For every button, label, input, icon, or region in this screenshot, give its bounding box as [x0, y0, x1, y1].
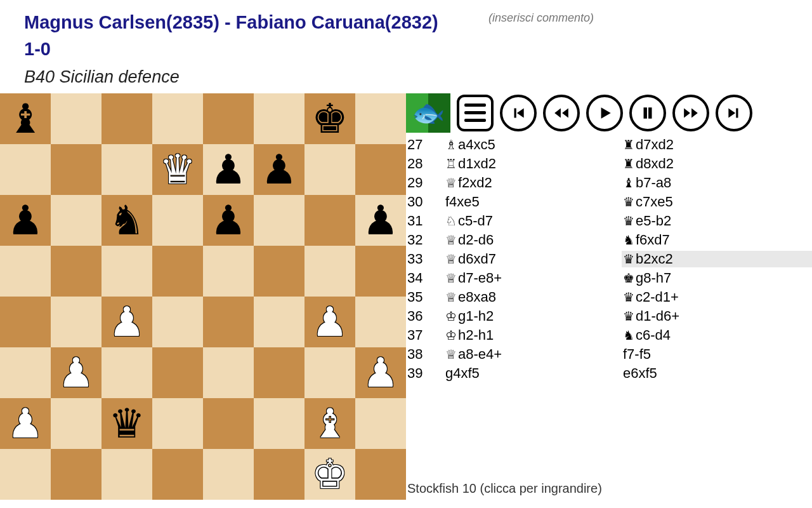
square-g3[interactable] — [304, 347, 355, 398]
square-a3[interactable] — [0, 347, 51, 398]
white-move[interactable]: ♕f2xd2 — [444, 175, 622, 191]
engine-button[interactable]: 🐟 — [406, 93, 450, 133]
white-move[interactable]: g4xf5 — [444, 365, 622, 382]
square-a7[interactable] — [0, 144, 51, 195]
square-a5[interactable] — [0, 246, 51, 297]
black-move[interactable]: ♛c7xe5 — [622, 194, 812, 210]
square-b1[interactable] — [51, 449, 102, 500]
white-move[interactable]: ♕a8-e4+ — [444, 346, 622, 363]
comment-input[interactable] — [488, 11, 806, 25]
square-b4[interactable] — [51, 297, 102, 347]
white-move[interactable]: ♕d7-e8+ — [444, 270, 622, 286]
square-a4[interactable] — [0, 297, 51, 347]
square-a8[interactable]: ♝ — [0, 93, 51, 144]
square-f3[interactable] — [254, 347, 304, 398]
square-d4[interactable] — [152, 297, 203, 347]
square-a1[interactable] — [0, 449, 51, 500]
black-move[interactable]: ♜d7xd2 — [622, 137, 812, 153]
square-d7[interactable]: ♛ — [152, 144, 203, 195]
square-d8[interactable] — [152, 93, 203, 144]
square-b2[interactable] — [51, 398, 102, 449]
menu-button[interactable] — [457, 95, 494, 131]
square-h4[interactable] — [355, 297, 406, 347]
white-move[interactable]: ♘c5-d7 — [444, 213, 622, 229]
square-f5[interactable] — [254, 246, 304, 297]
square-d5[interactable] — [152, 246, 203, 297]
black-move[interactable]: e6xf5 — [622, 365, 812, 382]
square-h7[interactable] — [355, 144, 406, 195]
square-e6[interactable]: ♟ — [203, 195, 254, 246]
square-d1[interactable] — [152, 449, 203, 500]
square-g8[interactable]: ♚ — [304, 93, 355, 144]
square-g5[interactable] — [304, 246, 355, 297]
square-b3[interactable]: ♟ — [51, 347, 102, 398]
square-c4[interactable]: ♟ — [102, 297, 152, 347]
white-move[interactable]: ♗a4xc5 — [444, 137, 622, 153]
square-g7[interactable] — [304, 144, 355, 195]
chess-board[interactable]: ♝♚♛♟♟♟♞♟♟♟♟♟♟♟♛♝♚ — [0, 93, 406, 500]
square-e7[interactable]: ♟ — [203, 144, 254, 195]
square-f8[interactable] — [254, 93, 304, 144]
square-c5[interactable] — [102, 246, 152, 297]
square-e2[interactable] — [203, 398, 254, 449]
black-move[interactable]: ♛c2-d1+ — [622, 289, 812, 305]
square-f1[interactable] — [254, 449, 304, 500]
square-h8[interactable] — [355, 93, 406, 144]
last-move-button[interactable] — [716, 95, 752, 131]
square-b6[interactable] — [51, 195, 102, 246]
square-a6[interactable]: ♟ — [0, 195, 51, 246]
square-b5[interactable] — [51, 246, 102, 297]
white-move[interactable]: ♕d2-d6 — [444, 232, 622, 248]
black-move[interactable]: ♛e5-b2 — [622, 213, 812, 229]
black-move[interactable]: ♛b2xc2 — [622, 251, 812, 267]
play-button[interactable] — [586, 95, 623, 131]
white-move[interactable]: ♔g1-h2 — [444, 308, 622, 324]
move-list[interactable]: 27♗a4xc5♜d7xd228♖d1xd2♜d8xd229♕f2xd2♝b7-… — [406, 135, 812, 478]
black-move[interactable]: f7-f5 — [622, 346, 812, 363]
square-h6[interactable]: ♟ — [355, 195, 406, 246]
square-h2[interactable] — [355, 398, 406, 449]
square-h3[interactable]: ♟ — [355, 347, 406, 398]
white-move[interactable]: f4xe5 — [444, 194, 622, 210]
white-move[interactable]: ♔h2-h1 — [444, 327, 622, 344]
square-d2[interactable] — [152, 398, 203, 449]
square-c1[interactable] — [102, 449, 152, 500]
black-move[interactable]: ♝b7-a8 — [622, 175, 812, 191]
square-a2[interactable]: ♟ — [0, 398, 51, 449]
first-move-button[interactable] — [500, 95, 537, 131]
black-move[interactable]: ♜d8xd2 — [622, 156, 812, 172]
square-g4[interactable]: ♟ — [304, 297, 355, 347]
square-g6[interactable] — [304, 195, 355, 246]
square-f2[interactable] — [254, 398, 304, 449]
white-move[interactable]: ♕d6xd7 — [444, 251, 622, 267]
square-c3[interactable] — [102, 347, 152, 398]
white-move[interactable]: ♖d1xd2 — [444, 156, 622, 172]
square-h1[interactable] — [355, 449, 406, 500]
pause-button[interactable] — [629, 95, 666, 131]
square-d6[interactable] — [152, 195, 203, 246]
square-c6[interactable]: ♞ — [102, 195, 152, 246]
square-g1[interactable]: ♚ — [304, 449, 355, 500]
square-e1[interactable] — [203, 449, 254, 500]
square-c2[interactable]: ♛ — [102, 398, 152, 449]
square-b8[interactable] — [51, 93, 102, 144]
square-g2[interactable]: ♝ — [304, 398, 355, 449]
square-b7[interactable] — [51, 144, 102, 195]
engine-info[interactable]: Stockfish 10 (clicca per ingrandire) — [406, 478, 812, 500]
square-h5[interactable] — [355, 246, 406, 297]
square-c7[interactable] — [102, 144, 152, 195]
square-e4[interactable] — [203, 297, 254, 347]
white-move[interactable]: ♕e8xa8 — [444, 289, 622, 305]
next-move-button[interactable] — [672, 95, 709, 131]
black-move[interactable]: ♞f6xd7 — [622, 232, 812, 248]
prev-move-button[interactable] — [543, 95, 580, 131]
square-f7[interactable]: ♟ — [254, 144, 304, 195]
black-move[interactable]: ♛d1-d6+ — [622, 308, 812, 324]
square-c8[interactable] — [102, 93, 152, 144]
square-d3[interactable] — [152, 347, 203, 398]
square-f4[interactable] — [254, 297, 304, 347]
square-e5[interactable] — [203, 246, 254, 297]
black-move[interactable]: ♚g8-h7 — [622, 270, 812, 286]
black-move[interactable]: ♞c6-d4 — [622, 327, 812, 344]
square-e3[interactable] — [203, 347, 254, 398]
